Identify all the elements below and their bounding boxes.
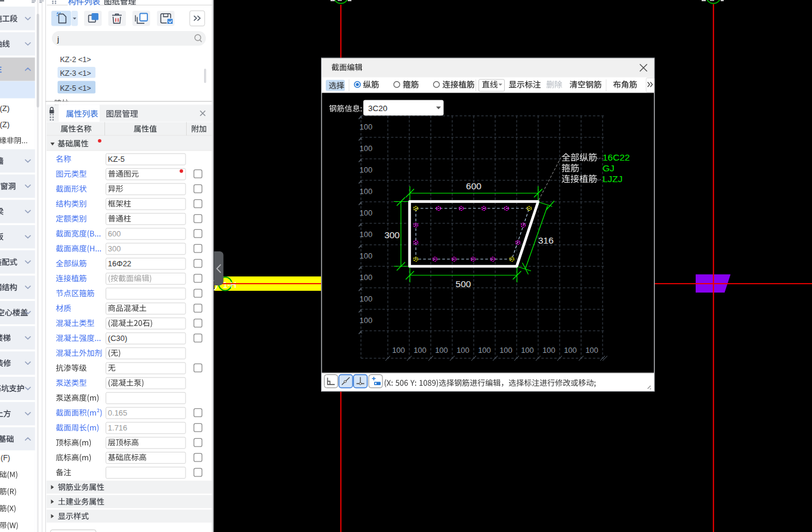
svg-text:100: 100 <box>360 144 373 153</box>
svg-text:16Φ22: 16Φ22 <box>108 259 131 268</box>
svg-text:LJZJ: LJZJ <box>603 174 623 184</box>
svg-text:100: 100 <box>360 316 373 325</box>
svg-text:316: 316 <box>538 235 554 245</box>
svg-text:100: 100 <box>360 251 373 260</box>
svg-text:KZ-5 <1>: KZ-5 <1> <box>60 84 91 93</box>
svg-text:100: 100 <box>360 122 373 131</box>
svg-text:100: 100 <box>456 346 470 355</box>
svg-text:300: 300 <box>384 230 400 240</box>
svg-text:1-H: 1-H <box>223 280 237 290</box>
svg-text:GJ: GJ <box>603 163 615 173</box>
svg-text:3C20: 3C20 <box>368 104 387 113</box>
svg-text:100: 100 <box>435 346 448 355</box>
svg-text:j: j <box>57 35 59 44</box>
svg-text:KZ-2 <1>: KZ-2 <1> <box>60 56 91 64</box>
svg-text:100: 100 <box>413 346 427 355</box>
svg-text:100: 100 <box>542 346 555 355</box>
svg-text:1.716: 1.716 <box>108 423 128 432</box>
svg-text:KZ-3 <1>: KZ-3 <1> <box>60 69 91 78</box>
svg-text:600: 600 <box>466 181 481 191</box>
svg-text:500: 500 <box>456 279 471 289</box>
svg-text:100: 100 <box>360 208 373 217</box>
svg-text:100: 100 <box>564 346 577 355</box>
svg-text:100: 100 <box>585 346 598 355</box>
svg-text:(Z): (Z) <box>0 104 10 113</box>
svg-text:100: 100 <box>360 230 373 239</box>
svg-text:100: 100 <box>392 346 405 355</box>
svg-text:(Z): (Z) <box>0 120 10 129</box>
svg-text:300: 300 <box>108 244 121 253</box>
svg-text:KZ-5: KZ-5 <box>108 155 125 164</box>
svg-text:100: 100 <box>360 187 373 196</box>
svg-text:(C30): (C30) <box>108 334 128 343</box>
svg-text:100: 100 <box>360 294 373 303</box>
svg-text:600: 600 <box>108 229 121 238</box>
svg-text:100: 100 <box>360 165 373 174</box>
svg-text:100: 100 <box>478 346 491 355</box>
svg-text:100: 100 <box>499 346 512 355</box>
svg-text:(F): (F) <box>1 454 10 462</box>
svg-text:100: 100 <box>360 273 373 282</box>
svg-text:0.165: 0.165 <box>108 408 128 417</box>
svg-text:16C22: 16C22 <box>603 152 630 162</box>
svg-text:100: 100 <box>521 346 534 355</box>
